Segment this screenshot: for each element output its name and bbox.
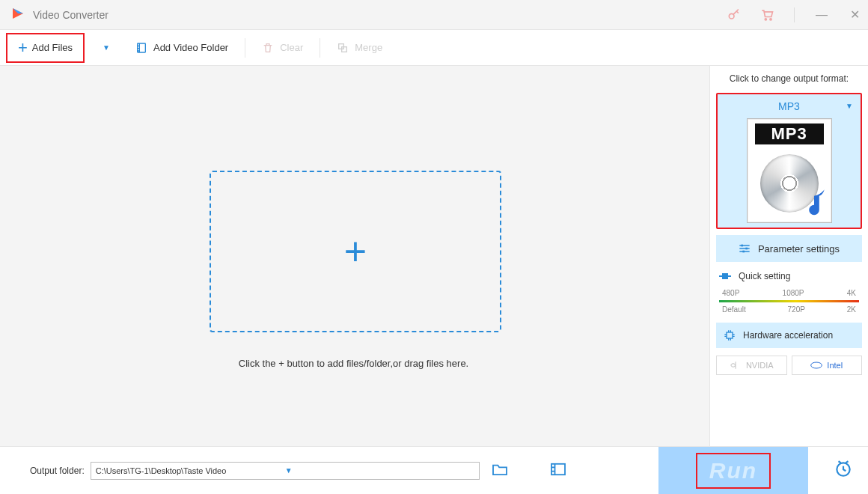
- sliders-icon: [739, 243, 751, 254]
- minimize-button[interactable]: —: [814, 8, 829, 22]
- add-folder-label: Add Video Folder: [153, 42, 228, 53]
- add-files-dropdown[interactable]: ▼: [103, 43, 110, 52]
- chevron-down-icon: ▼: [285, 466, 474, 475]
- svg-point-10: [811, 362, 822, 368]
- open-folder-button[interactable]: [492, 463, 508, 479]
- chip-icon: [724, 329, 736, 341]
- output-folder-label: Output folder:: [30, 466, 85, 476]
- toolbar: + Add Files ▼ Add Video Folder Clear Mer…: [0, 30, 868, 66]
- music-note-icon: [801, 188, 827, 219]
- titlebar: Video Converter — ✕: [0, 0, 868, 30]
- merge-icon: [337, 42, 349, 54]
- app-logo-icon: [10, 6, 25, 24]
- trash-icon: [262, 42, 274, 54]
- dropzone[interactable]: +: [210, 171, 501, 332]
- add-folder-button[interactable]: Add Video Folder: [123, 42, 240, 54]
- run-label: Run: [709, 458, 757, 484]
- format-name: MP3: [778, 100, 800, 112]
- key-icon[interactable]: [727, 7, 742, 22]
- svg-rect-7: [745, 248, 748, 250]
- clear-label: Clear: [280, 42, 303, 53]
- side-panel: Click to change output format: MP3 ▼ MP3…: [709, 66, 868, 446]
- divider: [794, 7, 795, 22]
- clear-button[interactable]: Clear: [250, 42, 315, 54]
- hardware-acceleration-button[interactable]: Hardware acceleration: [716, 323, 862, 348]
- svg-point-0: [729, 13, 734, 19]
- intel-button[interactable]: Intel: [792, 356, 863, 375]
- quality-tick: 480P: [722, 289, 739, 297]
- big-plus-icon: +: [344, 229, 367, 274]
- svg-rect-8: [742, 251, 745, 253]
- app-title: Video Converter: [33, 9, 727, 21]
- dot-icon: [722, 273, 728, 279]
- plus-icon: +: [18, 38, 28, 58]
- quality-tick: 1080P: [783, 289, 804, 297]
- output-folder-input[interactable]: C:\Users\TG-1\Desktop\Taste Video ▼: [91, 462, 480, 480]
- quality-tick: Default: [722, 305, 746, 314]
- schedule-button[interactable]: [834, 459, 853, 481]
- intel-icon: [810, 361, 822, 370]
- separator: [320, 38, 320, 58]
- add-files-button[interactable]: + Add Files: [6, 33, 85, 63]
- nvidia-icon: [730, 361, 742, 370]
- parameter-settings-button[interactable]: Parameter settings: [716, 235, 862, 262]
- dropzone-hint: Click the + button to add files/folder,o…: [0, 358, 707, 369]
- format-thumbnail: MP3: [747, 118, 832, 223]
- output-format-selector[interactable]: MP3 ▼ MP3: [716, 93, 862, 229]
- output-folder-path: C:\Users\TG-1\Desktop\Taste Video: [96, 466, 285, 475]
- nvidia-button[interactable]: NVIDIA: [716, 356, 787, 375]
- chevron-down-icon: ▼: [846, 102, 853, 110]
- film-folder-icon: [135, 42, 147, 54]
- parameter-settings-label: Parameter settings: [758, 243, 840, 254]
- close-button[interactable]: ✕: [847, 7, 862, 22]
- separator: [245, 38, 245, 58]
- merge-label: Merge: [355, 42, 382, 53]
- quality-slider[interactable]: 480P 1080P 4K Default 720P 2K: [719, 289, 859, 314]
- merge-button[interactable]: Merge: [325, 42, 394, 54]
- quick-setting-block: Quick setting 480P 1080P 4K Default 720P…: [716, 268, 862, 314]
- side-title: Click to change output format:: [716, 73, 862, 84]
- quality-tick: 720P: [788, 305, 805, 314]
- svg-rect-9: [727, 332, 733, 338]
- quality-tick: 4K: [847, 289, 856, 297]
- quality-tick: 2K: [847, 305, 856, 314]
- cart-icon[interactable]: [760, 7, 774, 22]
- svg-rect-11: [551, 463, 565, 474]
- add-files-label: Add Files: [32, 42, 73, 53]
- main-area: + Click the + button to add files/folder…: [0, 66, 707, 446]
- svg-point-2: [770, 18, 771, 19]
- svg-point-1: [765, 18, 766, 19]
- run-button[interactable]: Run: [658, 447, 808, 494]
- footer: Output folder: C:\Users\TG-1\Desktop\Tas…: [0, 446, 868, 494]
- hw-accel-label: Hardware acceleration: [743, 330, 833, 341]
- film-button[interactable]: [550, 463, 566, 479]
- quality-bar: [719, 300, 859, 302]
- svg-rect-6: [741, 245, 743, 247]
- format-badge: MP3: [755, 124, 824, 144]
- quick-setting-label: Quick setting: [739, 271, 790, 281]
